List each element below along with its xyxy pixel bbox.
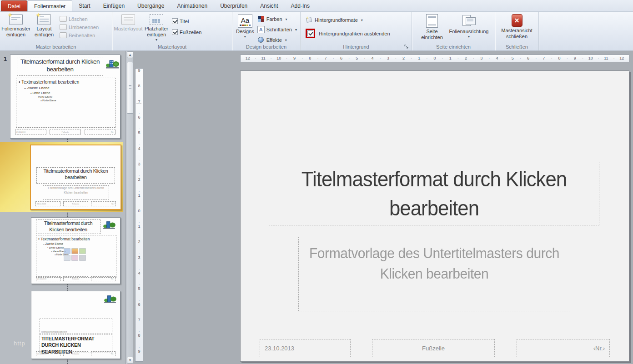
theme-effects-button[interactable]: Effekte xyxy=(256,36,298,44)
ruler-tick: 9 xyxy=(138,349,140,361)
horizontal-ruler[interactable]: 12·11·10·9·8·7·6·5·4·3·2·1·0·1·2·3·4·5·6… xyxy=(240,55,629,62)
page-setup-button[interactable]: Seite einrichten xyxy=(418,13,446,42)
ruler-tick: 10 xyxy=(583,56,598,60)
dialog-launcher-icon[interactable] xyxy=(404,45,409,49)
delete-icon xyxy=(60,16,67,22)
ruler-tick: 6 xyxy=(138,303,140,314)
close-x-icon: ✕ xyxy=(512,14,522,27)
footers-checkbox-box[interactable] xyxy=(172,29,178,35)
ruler-tick: 2 xyxy=(138,178,140,189)
close-master-view-button[interactable]: ✕ Masteransicht schließen xyxy=(497,13,537,42)
master-layout-icon xyxy=(121,14,135,25)
hide-background-graphics-box[interactable] xyxy=(307,30,313,36)
vertical-ruler[interactable]: 9·8·7·6·5·4·3·2·1·0·1·2·3·4·5·6·7·8·9 xyxy=(135,68,143,362)
insert-layout-button[interactable]: Layout einfügen xyxy=(30,13,58,42)
insert-slide-master-button[interactable]: Folienmaster einfügen xyxy=(2,13,30,42)
scroll-down-button[interactable]: ▼ xyxy=(127,357,133,364)
theme-colors-button[interactable]: Farben xyxy=(256,15,298,23)
tab-ansicht[interactable]: Ansicht xyxy=(254,0,284,11)
thumbnail-scrollbar[interactable]: ▲ ▼ xyxy=(126,51,133,364)
page-setup-icon xyxy=(426,14,438,28)
ruler-tick: 11 xyxy=(256,56,271,60)
ruler-tick: 0 xyxy=(427,56,442,60)
ruler-tick: 1 xyxy=(138,224,140,236)
ruler-tick: 5 xyxy=(350,56,364,60)
thumbnail-slide-master[interactable]: Titelmasterformat durch Klicken bearbeit… xyxy=(10,55,121,139)
thumbnail-title-layout[interactable]: Titelmasterformat durch Klicken bearbeit… xyxy=(30,145,121,210)
tab-folienmaster[interactable]: Folienmaster xyxy=(27,0,72,11)
watermark-text: http xyxy=(14,340,25,347)
thumb-footer-row: 23.10.2013 Fußzeile ‹Nr.› xyxy=(35,201,116,206)
rename-button[interactable]: Umbenennen xyxy=(58,24,100,30)
footer-placeholder[interactable]: Fußzeile xyxy=(372,339,495,357)
preserve-button[interactable]: Beibehalten xyxy=(58,32,100,39)
ruler-tick: 7 xyxy=(318,56,333,60)
title-checkbox-box[interactable] xyxy=(172,18,178,24)
group-label: Seite einrichten xyxy=(412,44,495,50)
group-label: Hintergrund xyxy=(301,44,412,50)
ruler-tick: 3 xyxy=(474,56,489,60)
master-layout-button[interactable]: Masterlayout xyxy=(114,13,142,42)
city-clipart xyxy=(103,294,117,305)
red-annotation-box xyxy=(306,29,315,38)
background-styles-button[interactable]: Hintergrundformate xyxy=(304,16,364,24)
title-checkbox[interactable]: Titel xyxy=(171,18,203,25)
hide-background-graphics-checkbox[interactable]: Hintergrundgrafiken ausblenden xyxy=(304,28,392,39)
themes-button[interactable]: Aa Designs xyxy=(234,13,256,42)
ruler-tick: 1 xyxy=(138,194,140,205)
ruler-tick: 10 xyxy=(272,56,286,60)
rename-icon xyxy=(60,24,67,30)
slidenumber-placeholder[interactable]: ‹Nr.› xyxy=(517,339,610,357)
ruler-tick: 4 xyxy=(365,56,380,60)
tab-datei[interactable]: Datei xyxy=(1,0,27,11)
date-placeholder[interactable]: 23.10.2013 xyxy=(260,339,351,357)
ruler-tick: 1 xyxy=(412,56,427,60)
thumbnail-content-layout[interactable]: Titelmasterformat durch Klicken bearbeit… xyxy=(31,217,121,284)
tab-addins[interactable]: Add-Ins xyxy=(285,0,316,11)
ruler-tick: 5 xyxy=(138,131,140,143)
smartart-icon xyxy=(79,248,86,254)
subtitle-placeholder[interactable]: Formatvorlage des Untertitelmasters durc… xyxy=(298,237,570,311)
tab-ueberpruefen[interactable]: Überprüfen xyxy=(214,0,254,11)
city-clipart xyxy=(102,220,116,231)
thumbnail-section-layout[interactable]: Textmasterformat bearbeiten TITELMASTERF… xyxy=(31,291,121,359)
thumb-body-placeholder: Textmasterformat bearbeiten Zweite Ebene… xyxy=(36,235,116,278)
ruler-tick: 2 xyxy=(138,240,140,252)
tab-animationen[interactable]: Animationen xyxy=(171,0,214,11)
master-slide-number: 1 xyxy=(4,55,7,62)
group-schliessen: ✕ Masteransicht schließen Schließen xyxy=(495,12,539,50)
ruler-tick: 2 xyxy=(397,56,411,60)
thumb-footer-row: 23.10.2013 Fußzeile ‹Nr.› xyxy=(36,276,116,281)
picture-icon xyxy=(64,255,70,261)
subtitle-text: Formatvorlage des Untertitelmasters durc… xyxy=(303,244,566,284)
scroll-up-button[interactable]: ▲ xyxy=(127,51,133,58)
content-placeholder-icons xyxy=(64,248,86,261)
thumb-subtitle-placeholder: Formatvorlage des Untertitelmasters durc… xyxy=(43,185,109,200)
scrollbar-thumb[interactable] xyxy=(127,62,133,114)
ruler-tick: 8 xyxy=(552,56,567,60)
group-master-bearbeiten: Folienmaster einfügen Layout einfügen Lö… xyxy=(0,12,112,50)
delete-button[interactable]: Löschen xyxy=(58,15,100,22)
ruler-tick: 11 xyxy=(599,56,613,60)
ruler-tick: 0 xyxy=(138,209,140,221)
group-design-bearbeiten: Aa Designs Farben xyxy=(232,12,301,50)
ruler-tick: 8 xyxy=(138,334,140,345)
ruler-tick: 9 xyxy=(138,69,140,80)
ruler-tick: 12 xyxy=(241,56,255,60)
insert-placeholder-button[interactable]: Platzhalter einfügen xyxy=(142,13,171,42)
ruler-tick: 5 xyxy=(138,287,140,299)
tab-start[interactable]: Start xyxy=(72,0,96,11)
ribbon: Folienmaster einfügen Layout einfügen Lö… xyxy=(0,12,633,51)
slide-orientation-button[interactable]: Folienausrichtung xyxy=(449,13,489,42)
theme-fonts-button[interactable]: A Schriftarten xyxy=(256,25,298,34)
tab-einfuegen[interactable]: Einfügen xyxy=(97,0,131,11)
title-placeholder[interactable]: Titelmasterformat durch Klicken bearbeit… xyxy=(269,162,599,225)
ruler-tick: 9 xyxy=(287,56,302,60)
slide-editing-area[interactable]: Titelmasterformat durch Klicken bearbeit… xyxy=(240,70,629,362)
group-masterlayout: Masterlayout Platzhalter einfügen Titel xyxy=(112,12,232,50)
ruler-tick: 6 xyxy=(138,115,140,127)
group-label: Schließen xyxy=(495,44,538,50)
tab-uebergaenge[interactable]: Übergänge xyxy=(131,0,171,11)
ruler-tick: 2 xyxy=(459,56,473,60)
footers-checkbox[interactable]: Fußzeilen xyxy=(171,29,203,35)
